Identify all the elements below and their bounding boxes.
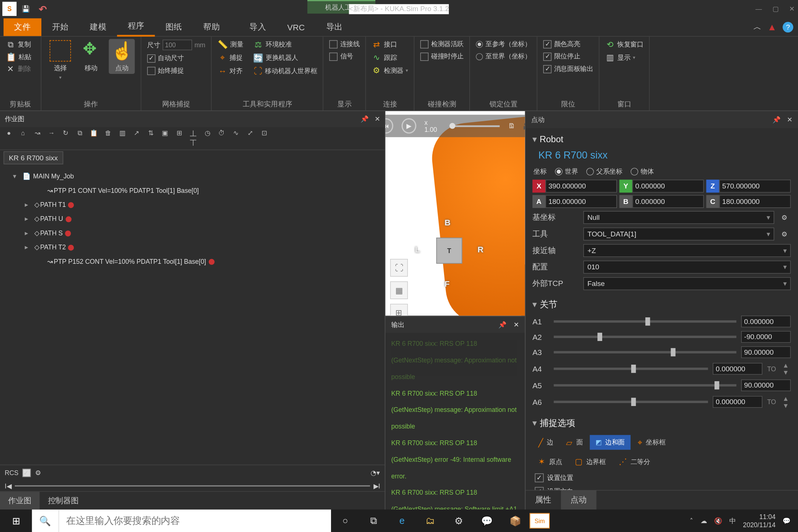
start-button[interactable]: ⊞ xyxy=(0,515,32,526)
tb-icon[interactable]: ∿ xyxy=(231,129,241,147)
navcube-left[interactable]: L xyxy=(415,245,420,254)
joint-slider[interactable] xyxy=(554,368,708,370)
coord-c-input[interactable] xyxy=(719,195,791,208)
snap-edge[interactable]: ╱边 xyxy=(533,435,559,450)
section-snap[interactable]: 捕捉选项 xyxy=(530,415,793,433)
set-orientation-checkbox[interactable]: ✓设置方向 xyxy=(530,485,793,490)
view-fill-icon[interactable]: ▦ xyxy=(390,282,408,299)
taskbar-search-input[interactable] xyxy=(59,509,331,532)
always-snap-checkbox[interactable]: 始终捕捉 xyxy=(147,66,184,76)
snap-bisect[interactable]: ⋰二等分 xyxy=(613,454,656,468)
limit-stop-checkbox[interactable]: ✓限位停止 xyxy=(543,51,580,61)
select-button[interactable]: 选择▾ xyxy=(47,39,73,82)
tb-icon[interactable]: 📋 xyxy=(89,129,99,147)
tray-clock[interactable]: 11:042020/11/14 xyxy=(743,512,775,529)
timeline-end-icon[interactable]: ▶I xyxy=(374,482,380,490)
snap-button[interactable]: ⌖捕捉 xyxy=(218,52,242,63)
move-button[interactable]: 移动 xyxy=(78,39,104,74)
tb-icon[interactable]: ⏱ xyxy=(216,129,227,147)
snap-edgeface[interactable]: ◩边和面 xyxy=(590,435,631,450)
tb-icon[interactable]: ▣ xyxy=(160,129,170,147)
alert-icon[interactable]: ▲ xyxy=(767,21,777,32)
navcube-top[interactable]: T xyxy=(436,238,462,263)
delete-button[interactable]: ✕删除 xyxy=(6,63,31,74)
navcube-back[interactable]: B xyxy=(444,218,450,227)
tb-icon[interactable]: ◷ xyxy=(202,129,213,147)
joint-spinner[interactable]: ▲▼ xyxy=(782,395,791,409)
joint-value-input[interactable] xyxy=(713,363,763,375)
stop-on-collision-checkbox[interactable]: 碰撞时停止 xyxy=(420,51,464,61)
viewport-3d[interactable]: KUKA TUST ⚙ ⏮ ▶ x 1.00 🖻 🎥 🖊 xyxy=(385,111,525,316)
section-joints[interactable]: 关节 xyxy=(530,296,793,314)
base-dropdown[interactable]: Null xyxy=(583,211,774,224)
move-worldframe-button[interactable]: ⛶移动机器人世界框 xyxy=(253,66,317,76)
tb-icon[interactable]: ⇅ xyxy=(146,129,156,147)
gear-icon[interactable]: ⚙ xyxy=(35,469,41,477)
exttcp-dropdown[interactable]: False xyxy=(583,277,791,290)
ribbon-collapse-icon[interactable]: ︿ xyxy=(753,21,761,32)
coord-z-input[interactable] xyxy=(719,180,791,192)
show-dropdown[interactable]: ▥显示 ▾ xyxy=(606,52,635,63)
tb-icon[interactable]: ↗ xyxy=(131,129,142,147)
tab-controller[interactable]: 控制器图 xyxy=(40,492,87,509)
measure-button[interactable]: 📏测量 xyxy=(218,39,243,50)
timeline-start-icon[interactable]: I◀ xyxy=(5,482,11,490)
coord-b-input[interactable] xyxy=(632,195,704,208)
env-calibrate-button[interactable]: ⚖环境校准 xyxy=(254,39,291,50)
joint-slider[interactable] xyxy=(554,401,708,403)
view-fit-icon[interactable]: ⛶ xyxy=(390,259,408,277)
joint-slider[interactable] xyxy=(554,320,736,323)
joint-slider[interactable] xyxy=(554,384,736,386)
jog-button[interactable]: 点动 xyxy=(109,39,134,74)
tb-icon[interactable]: ↻ xyxy=(60,129,71,147)
app-icon[interactable]: 📦 xyxy=(501,509,530,532)
program-tree[interactable]: ▾📄MAIN My_Job ↝PTP P1 CONT Vel=100% PDAT… xyxy=(0,166,385,465)
trace-button[interactable]: ∿跟踪 xyxy=(372,52,397,63)
jog-pin-icon[interactable]: 📌 xyxy=(773,116,781,124)
pin-icon[interactable]: 📌 xyxy=(361,115,369,123)
interface-button[interactable]: ⇄接口 xyxy=(372,39,397,50)
tb-icon[interactable]: ⊞ xyxy=(174,129,184,147)
tb-icon[interactable]: ⌂ xyxy=(18,129,28,147)
undo-icon[interactable]: ↶ xyxy=(35,2,50,16)
snap-origin[interactable]: ✶原点 xyxy=(533,454,568,468)
signal-checkbox[interactable]: 信号 xyxy=(330,51,353,61)
clock-icon[interactable]: ◔▾ xyxy=(371,469,380,476)
approach-dropdown[interactable]: +Z xyxy=(583,244,791,257)
joint-value-input[interactable] xyxy=(741,347,791,358)
tab-jobtree[interactable]: 作业图 xyxy=(0,492,40,509)
lock-to-world-radio[interactable]: 至世界（坐标） xyxy=(476,51,531,61)
joint-value-input[interactable] xyxy=(713,396,763,408)
tb-icon[interactable]: 🗑 xyxy=(103,129,113,147)
joint-spinner[interactable]: ▲▼ xyxy=(782,362,791,376)
tb-icon[interactable]: ▥ xyxy=(117,129,128,147)
jog-close-icon[interactable]: ✕ xyxy=(787,116,792,124)
tray-notifications-icon[interactable]: 💬 xyxy=(782,517,791,525)
kukasim-icon[interactable]: Sim xyxy=(530,513,550,529)
color-highlight-checkbox[interactable]: ✓颜色高亮 xyxy=(543,39,580,49)
coord-object-radio[interactable]: 物体 xyxy=(631,167,654,176)
coord-parent-radio[interactable]: 父系坐标 xyxy=(586,167,623,176)
view-grid-icon[interactable]: ⊞ xyxy=(390,304,408,316)
coord-y-input[interactable] xyxy=(632,180,704,192)
tb-icon[interactable]: ● xyxy=(4,129,14,147)
auto-size-checkbox[interactable]: ✓自动尺寸 xyxy=(147,53,184,63)
detector-button[interactable]: ⚙检测器▾ xyxy=(372,65,408,76)
tab-file[interactable]: 文件 xyxy=(4,18,41,36)
tab-import[interactable]: 导入 xyxy=(239,18,276,36)
tb-icon[interactable]: 丄丅 xyxy=(188,129,199,147)
rcs-checkbox[interactable]: ✓ xyxy=(23,469,31,477)
joint-value-input[interactable] xyxy=(741,316,791,327)
tb-icon[interactable]: → xyxy=(46,129,57,147)
message-output-checkbox[interactable]: ✓消息面板输出 xyxy=(543,64,593,74)
sim-play-icon[interactable]: ▶ xyxy=(402,118,416,134)
tab-drawing[interactable]: 图纸 xyxy=(155,18,192,36)
lock-to-ref-radio[interactable]: 至参考（坐标） xyxy=(476,39,531,49)
rtab-properties[interactable]: 属性 xyxy=(525,491,561,509)
tab-export[interactable]: 导出 xyxy=(316,18,353,36)
align-button[interactable]: ↔对齐 xyxy=(218,66,242,76)
output-body[interactable]: KR 6 R700 sixx: RRS OP 118 (GetNextStep)… xyxy=(385,333,525,509)
replace-robot-button[interactable]: 🔄更换机器人 xyxy=(253,52,298,63)
cortana-icon[interactable]: ○ xyxy=(331,509,359,532)
rtab-jog[interactable]: 点动 xyxy=(561,491,596,509)
